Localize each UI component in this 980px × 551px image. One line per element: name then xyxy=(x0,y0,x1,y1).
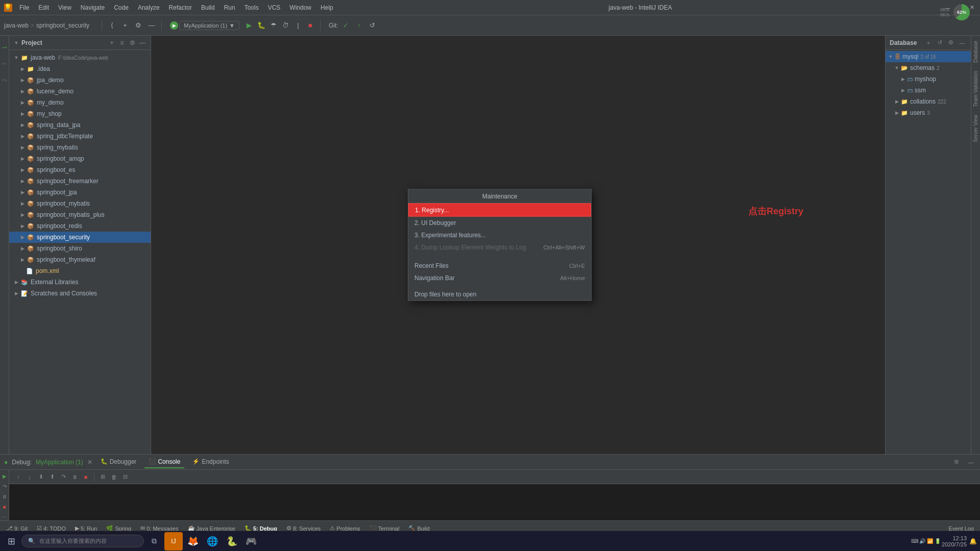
tree-external-libraries[interactable]: ▶ 📚 External Libraries xyxy=(9,277,151,288)
tree-spring-jdbc[interactable]: ▶ 📦 spring_jdbcTemplate xyxy=(9,131,151,142)
tree-idea[interactable]: ▶ 📁 .idea xyxy=(9,63,151,74)
toolbar-btn-3[interactable]: — xyxy=(146,20,157,31)
debug-down-icon[interactable]: ↓ xyxy=(24,472,35,482)
maintenance-item-ui-debugger[interactable]: 2. UI Debugger xyxy=(408,217,591,229)
start-button[interactable]: ⊞ xyxy=(2,532,20,550)
tree-spring-mybatis[interactable]: ▶ 📦 spring_mybatis xyxy=(9,142,151,153)
debug-button[interactable]: 🐛 xyxy=(256,20,267,31)
run-config-dropdown[interactable]: MyApplication (1) ▼ xyxy=(179,21,239,30)
tree-springboot-mybatis-plus[interactable]: ▶ 📦 springboot_mybatis_plus xyxy=(9,209,151,220)
project-collapse-arrow[interactable]: ▼ xyxy=(13,40,19,46)
tree-my-shop[interactable]: ▶ 📦 my_shop xyxy=(9,108,151,119)
menu-help[interactable]: Help xyxy=(316,3,337,12)
taskbar-intellij[interactable]: IJ xyxy=(164,532,183,550)
db-users[interactable]: ▶ 📁 users 3 xyxy=(886,107,971,118)
toolbar-btn-1[interactable]: ⟨ xyxy=(106,20,117,31)
maintenance-item-dump[interactable]: 4. Dump Lookup Element Weights to Log Ct… xyxy=(408,241,591,254)
menu-window[interactable]: Window xyxy=(285,3,315,12)
db-settings-icon[interactable]: ⚙ xyxy=(946,38,955,47)
debug-panel-close-icon[interactable]: — xyxy=(966,457,976,467)
db-mysql-root[interactable]: ▼ 🗄 mysql 2 of 16 xyxy=(886,51,971,62)
server-view-tab[interactable]: Server View xyxy=(972,112,979,145)
menu-file[interactable]: File xyxy=(15,3,33,12)
taskbar-notification-icon[interactable]: 🔔 xyxy=(968,532,978,550)
menu-tools[interactable]: Tools xyxy=(240,3,263,12)
tree-root[interactable]: ▼ 📁 java-web F:\IdeaCode\java-web xyxy=(9,52,151,63)
debug-up2-icon[interactable]: ⬆ xyxy=(47,472,57,482)
project-gear-icon[interactable]: ⚙ xyxy=(128,39,136,47)
structure-icon[interactable]: 7 xyxy=(1,56,9,71)
debug-pause-icon[interactable]: ⏸ xyxy=(69,472,80,482)
debug-settings-icon[interactable]: ⚙ xyxy=(951,457,962,467)
debug-format-icon[interactable]: ⊞ xyxy=(97,472,108,482)
taskbar-python[interactable]: 🐍 xyxy=(223,532,241,550)
tree-springboot-jpa[interactable]: ▶ 📦 springboot_jpa xyxy=(9,187,151,198)
debug-more-icon[interactable]: ⋯ xyxy=(1,513,9,521)
menu-navigate[interactable]: Navigate xyxy=(77,3,109,12)
taskbar-search[interactable]: 🔍 在这里输入你要搜索的内容 xyxy=(21,535,144,547)
team-validation-tab[interactable]: Team Validation xyxy=(972,68,979,110)
db-refresh-icon[interactable]: ↺ xyxy=(935,38,944,47)
tree-spring-data-jpa[interactable]: ▶ 📦 spring_data_jpa xyxy=(9,119,151,131)
debug-step-icon[interactable]: ↷ xyxy=(58,472,68,482)
tree-jpa-demo[interactable]: ▶ 📦 jpa_demo xyxy=(9,74,151,86)
project-add-icon[interactable]: + xyxy=(108,39,116,47)
tree-springboot-shiro[interactable]: ▶ 📦 springboot_shiro xyxy=(9,243,151,254)
maintenance-item-registry[interactable]: 1. Registry... xyxy=(408,204,591,217)
settings-icon[interactable]: ⚙ xyxy=(133,20,144,31)
taskbar-game[interactable]: 🎮 xyxy=(242,532,260,550)
debugger-tab[interactable]: 🐛 Debugger xyxy=(96,456,141,468)
menu-edit[interactable]: Edit xyxy=(34,3,53,12)
menu-analyze[interactable]: Analyze xyxy=(134,3,164,12)
menu-build[interactable]: Build xyxy=(197,3,219,12)
endpoints-tab[interactable]: ⚡ Endpoints xyxy=(188,456,233,468)
toolbar-btn-2[interactable]: + xyxy=(119,20,131,31)
tree-scratches[interactable]: ▶ 📝 Scratches and Consoles xyxy=(9,288,151,299)
debug-clear-icon[interactable]: 🗑 xyxy=(109,472,119,482)
nav-bar-row[interactable]: Navigation Bar Alt+Home xyxy=(408,272,591,284)
stop-button[interactable]: ■ xyxy=(305,20,316,31)
debug-stop-icon[interactable]: ■ xyxy=(81,472,91,482)
project-minimize-icon[interactable]: — xyxy=(138,39,146,47)
menu-bar[interactable]: File Edit View Navigate Code Analyze Ref… xyxy=(15,3,337,12)
tree-my-demo[interactable]: ▶ 📦 my_demo xyxy=(9,97,151,108)
tree-springboot-redis[interactable]: ▶ 📦 springboot_redis xyxy=(9,220,151,232)
tree-springboot-es[interactable]: ▶ 📦 springboot_es xyxy=(9,164,151,176)
taskbar-chrome[interactable]: 🌐 xyxy=(203,532,222,550)
tree-pom-xml[interactable]: 📄 pom.xml xyxy=(9,265,151,277)
tree-lucene[interactable]: ▶ 📦 lucene_demo xyxy=(9,86,151,97)
project-settings-icon[interactable]: ≡ xyxy=(118,39,126,47)
tree-springboot-freemarker[interactable]: ▶ 📦 springboot_freemarker xyxy=(9,176,151,187)
debug-stop-side-icon[interactable]: ■ xyxy=(1,503,9,511)
db-myshop[interactable]: ▶ 🗃 myshop xyxy=(886,73,971,85)
db-ssm[interactable]: ▶ 🗃 ssm xyxy=(886,85,971,96)
db-schemas[interactable]: ▼ 📂 schemas 2 xyxy=(886,62,971,73)
debug-resume-icon[interactable]: ▶ xyxy=(1,472,9,480)
debug-step-over-icon[interactable]: ↷ xyxy=(1,482,9,490)
project-icon[interactable]: 1 xyxy=(1,40,9,55)
debug-close-icon[interactable]: ✕ xyxy=(87,459,92,466)
debug-layout-icon[interactable]: ⊟ xyxy=(120,472,130,482)
git-commit-icon[interactable]: ✓ xyxy=(340,20,352,31)
menu-view[interactable]: View xyxy=(54,3,76,12)
run-button[interactable]: ▶ xyxy=(243,20,255,31)
menu-code[interactable]: Code xyxy=(110,3,133,12)
taskbar-task-view[interactable]: ⧉ xyxy=(145,532,163,550)
db-minus-icon[interactable]: — xyxy=(958,38,967,47)
tree-springboot-security[interactable]: ▶ 📦 springboot_security xyxy=(9,232,151,243)
db-collations[interactable]: ▶ 📁 collations 222 xyxy=(886,96,971,107)
maintenance-item-experimental[interactable]: 3. Experimental features... xyxy=(408,229,591,241)
recent-files-row[interactable]: Recent Files Ctrl+E xyxy=(408,260,591,272)
database-tab[interactable]: Database xyxy=(972,38,979,66)
debug-up-icon[interactable]: ↑ xyxy=(13,472,23,482)
menu-run[interactable]: Run xyxy=(220,3,239,12)
taskbar-firefox[interactable]: 🦊 xyxy=(184,532,202,550)
tree-springboot-mybatis[interactable]: ▶ 📦 springboot_mybatis xyxy=(9,198,151,209)
git-update-icon[interactable]: ↺ xyxy=(367,20,378,31)
git-push-icon[interactable]: ↑ xyxy=(354,20,365,31)
db-add-icon[interactable]: + xyxy=(924,38,933,47)
coverage-button[interactable]: ☂ xyxy=(268,20,279,31)
menu-refactor[interactable]: Refactor xyxy=(165,3,196,12)
debug-down2-icon[interactable]: ⬇ xyxy=(36,472,46,482)
console-tab[interactable]: ⬛ Console xyxy=(144,456,184,468)
